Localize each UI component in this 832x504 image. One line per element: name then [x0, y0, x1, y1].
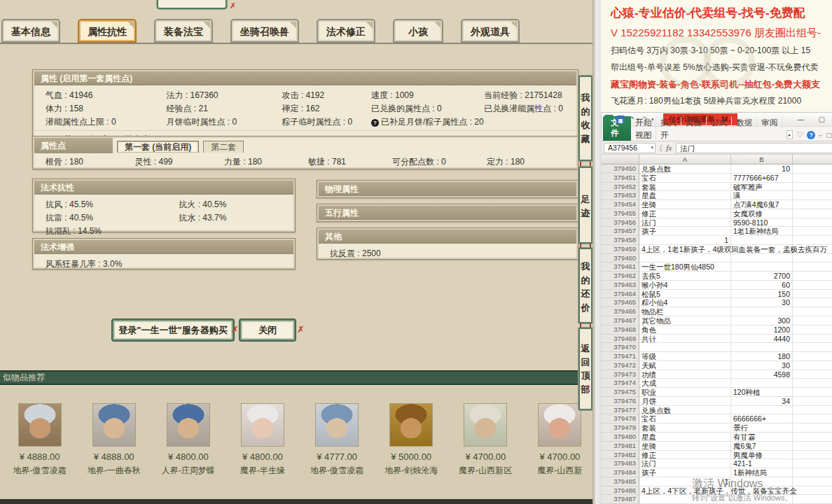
- cell-c[interactable]: [793, 209, 832, 218]
- cell-a[interactable]: 套装: [639, 424, 731, 433]
- cell-a[interactable]: 1: [639, 236, 731, 245]
- cell-a[interactable]: [639, 343, 731, 352]
- cell-c[interactable]: [793, 262, 832, 272]
- row-header[interactable]: 379456: [602, 218, 639, 227]
- row-header[interactable]: 379463: [602, 281, 639, 290]
- cell-a[interactable]: 共计: [639, 335, 731, 344]
- tab-数据[interactable]: 数据: [732, 117, 757, 129]
- cell-c[interactable]: [793, 164, 832, 174]
- cell-b[interactable]: 6666666+: [731, 414, 793, 424]
- row-header[interactable]: 379450: [602, 164, 639, 174]
- side-tab-足迹[interactable]: 足迹: [578, 167, 592, 244]
- cell-b[interactable]: [731, 379, 793, 388]
- cell-b[interactable]: 34: [731, 397, 793, 406]
- row-header[interactable]: 379453: [602, 191, 639, 200]
- cell-a[interactable]: 大成: [639, 379, 731, 388]
- cell-c[interactable]: [793, 495, 832, 504]
- row-header[interactable]: 379472: [602, 361, 639, 370]
- cell-b[interactable]: 点7满4魔6鬼7: [731, 200, 793, 209]
- cell-a[interactable]: 宝石: [639, 414, 731, 424]
- cell-b[interactable]: 2700: [731, 272, 793, 281]
- cell-a[interactable]: 天赋: [639, 361, 731, 370]
- cell-a[interactable]: 猴小孙4: [639, 281, 731, 290]
- side-tab-我的还价[interactable]: 我的还价: [578, 248, 592, 323]
- chevron-down-icon[interactable]: ▸: [786, 130, 793, 139]
- insert-function-icon[interactable]: fx: [666, 144, 672, 152]
- cell-c[interactable]: [793, 477, 832, 486]
- top-cutoff-button[interactable]: [157, 0, 227, 9]
- cell-a-span[interactable]: 4上区，4下区，老新孩子，传世，装备宝宝齐全: [639, 486, 731, 496]
- row-header[interactable]: 379464: [602, 290, 639, 299]
- save-icon[interactable]: [616, 115, 625, 124]
- cell-a[interactable]: 修正: [639, 451, 731, 460]
- cell-a-span[interactable]: 4上区，1老1新孩子，4级双回血装备一套，孟极去疾百万: [639, 245, 731, 254]
- cell-c[interactable]: [793, 254, 832, 263]
- column-header-partial[interactable]: [793, 155, 832, 164]
- cell-a[interactable]: 坐骑: [639, 442, 731, 451]
- cell-b[interactable]: 破军雅声: [731, 183, 793, 192]
- tab-页面[interactable]: 页面: [681, 117, 707, 129]
- cell-c[interactable]: [793, 388, 832, 397]
- cell-a[interactable]: 兑换点数: [639, 406, 731, 415]
- cell-c[interactable]: [793, 361, 832, 370]
- heart-icon[interactable]: ♡: [796, 131, 803, 139]
- row-header[interactable]: 379460: [602, 254, 639, 263]
- cell-b[interactable]: 30: [731, 361, 793, 370]
- side-tab-我的收藏[interactable]: 我的收藏: [578, 76, 592, 161]
- tab-开[interactable]: 开: [656, 130, 673, 141]
- recommend-card[interactable]: ¥ 5000.00地界-剑烛沧海: [379, 403, 444, 500]
- cell-b[interactable]: 男魔单修: [731, 451, 793, 460]
- row-header[interactable]: 379474: [602, 379, 639, 388]
- row-header[interactable]: 379458: [602, 236, 639, 245]
- row-header[interactable]: 379471: [602, 352, 639, 361]
- cell-b[interactable]: 10: [731, 164, 793, 174]
- cell-a[interactable]: 兑换点数: [639, 164, 731, 174]
- cell-b[interactable]: [731, 307, 793, 316]
- cell-c[interactable]: [793, 352, 832, 361]
- cell-b[interactable]: 7777666+667: [731, 174, 793, 183]
- tab-属性抗性[interactable]: 属性抗性: [78, 19, 137, 43]
- row-header[interactable]: 379478: [602, 414, 639, 424]
- tab-审阅[interactable]: 审阅: [757, 117, 782, 129]
- cell-b[interactable]: 1老1新神结局: [731, 227, 793, 236]
- row-header[interactable]: 379461: [602, 262, 639, 272]
- tab-开始[interactable]: 开始: [631, 117, 656, 129]
- cell-a[interactable]: 宝石: [639, 174, 731, 183]
- row-header[interactable]: 379479: [602, 424, 639, 433]
- cell-c[interactable]: [793, 290, 832, 299]
- cell-b[interactable]: 4598: [731, 370, 793, 379]
- cell-a[interactable]: 坐骑: [639, 200, 731, 209]
- cell-c[interactable]: [793, 316, 832, 326]
- select-all-corner[interactable]: [602, 155, 639, 164]
- cell-c[interactable]: [793, 424, 832, 433]
- recommend-card[interactable]: ¥ 4800.00魔界-半生缘: [230, 403, 295, 500]
- cell-b[interactable]: [731, 236, 793, 245]
- cell-a[interactable]: 法门: [639, 218, 731, 227]
- cell-b[interactable]: 120种植: [731, 388, 793, 397]
- formula-input[interactable]: 法门: [676, 143, 832, 153]
- collapse-ribbon-icon[interactable]: ⌐: [819, 132, 822, 139]
- cell-c[interactable]: [793, 326, 832, 335]
- physical-box[interactable]: 物理属性: [317, 180, 578, 198]
- tab-小孩[interactable]: 小孩: [393, 19, 443, 43]
- cell-c[interactable]: [793, 218, 832, 227]
- cell-b[interactable]: [731, 495, 793, 504]
- tab-装备法宝[interactable]: 装备法宝: [154, 19, 213, 43]
- row-header[interactable]: 379470: [602, 343, 639, 352]
- cell-c[interactable]: [793, 451, 832, 460]
- row-header[interactable]: 379481: [602, 442, 639, 451]
- row-header[interactable]: 379486: [602, 486, 639, 496]
- cell-c[interactable]: [793, 459, 832, 468]
- cell-a[interactable]: 角色: [639, 326, 731, 335]
- cell-c[interactable]: [793, 236, 832, 245]
- row-header[interactable]: 379473: [602, 370, 639, 379]
- cell-a[interactable]: 职业: [639, 388, 731, 397]
- cell-a[interactable]: 1: [639, 477, 731, 486]
- cell-b[interactable]: 4440: [731, 335, 793, 344]
- cell-b[interactable]: 魔6鬼7: [731, 442, 793, 451]
- cell-b[interactable]: [731, 477, 793, 486]
- expand-icon[interactable]: ▢: [826, 132, 832, 139]
- row-header[interactable]: 379487: [602, 495, 639, 504]
- recommend-card[interactable]: ¥ 4700.00魔界-山西新: [527, 403, 592, 500]
- cell-a[interactable]: 套装: [639, 183, 731, 192]
